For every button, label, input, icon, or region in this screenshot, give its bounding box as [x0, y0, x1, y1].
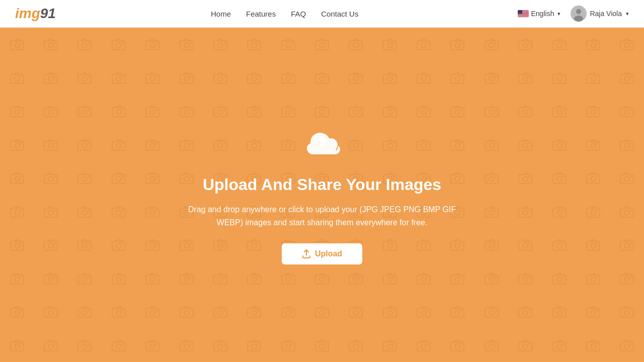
svg-point-478: [54, 310, 56, 311]
camera-bg-icon: [237, 61, 271, 95]
user-name: Raja Viola: [590, 10, 622, 18]
svg-point-309: [82, 210, 87, 215]
svg-point-141: [116, 110, 121, 115]
language-selector[interactable]: English ▾: [514, 8, 565, 20]
svg-point-450: [387, 277, 392, 282]
svg-point-253: [88, 176, 90, 177]
svg-rect-413: [620, 241, 633, 250]
svg-point-48: [353, 43, 358, 48]
svg-point-525: [591, 310, 596, 315]
svg-rect-95: [248, 74, 261, 83]
camera-bg-icon: [135, 228, 169, 262]
svg-point-312: [116, 210, 121, 215]
svg-point-172: [461, 109, 462, 111]
svg-point-444: [319, 277, 325, 282]
svg-rect-32: [180, 41, 193, 50]
svg-rect-431: [180, 275, 193, 284]
svg-point-435: [218, 277, 223, 282]
svg-rect-440: [282, 275, 295, 284]
svg-rect-407: [553, 241, 566, 250]
svg-point-409: [562, 243, 564, 244]
svg-point-550: [223, 343, 225, 344]
svg-point-310: [88, 209, 90, 211]
svg-point-441: [286, 277, 291, 282]
svg-point-198: [116, 143, 121, 148]
svg-point-37: [223, 42, 225, 44]
svg-point-405: [523, 243, 528, 248]
svg-point-429: [150, 277, 155, 282]
svg-point-144: [150, 110, 155, 115]
svg-rect-236: [553, 141, 566, 150]
camera-bg-icon: [135, 61, 169, 95]
svg-rect-464: [553, 275, 566, 284]
svg-point-540: [116, 344, 121, 349]
upload-button[interactable]: Upload: [282, 243, 362, 264]
svg-point-567: [421, 344, 426, 349]
nav-faq[interactable]: FAQ: [291, 10, 306, 18]
svg-point-139: [88, 109, 90, 111]
nav-contact[interactable]: Contact Us: [321, 10, 358, 18]
camera-bg-icon: [0, 28, 34, 61]
camera-bg-icon: [610, 195, 644, 229]
logo-img: img: [15, 6, 40, 21]
camera-bg-icon: [102, 262, 135, 296]
svg-point-439: [258, 276, 259, 278]
camera-bg-icon: [509, 329, 542, 363]
svg-rect-47: [349, 41, 362, 50]
camera-bg-icon: [102, 28, 135, 61]
hero-section[interactable]: Upload And Share Your Images Drag and dr…: [0, 28, 644, 362]
camera-bg-icon: [271, 329, 305, 363]
svg-point-238: [562, 142, 564, 144]
camera-bg-icon: [509, 262, 542, 296]
svg-point-457: [461, 276, 462, 278]
svg-rect-356: [620, 208, 633, 217]
svg-rect-353: [587, 208, 600, 217]
logo[interactable]: img91: [15, 6, 56, 22]
camera-bg-icon: [576, 295, 610, 329]
svg-rect-101: [315, 74, 329, 83]
svg-point-499: [291, 310, 293, 311]
svg-point-574: [495, 343, 496, 344]
svg-rect-13: [518, 10, 522, 14]
camera-bg-icon: [576, 329, 610, 363]
svg-rect-29: [146, 41, 159, 50]
svg-point-247: [20, 176, 22, 177]
camera-bg-icon: [474, 228, 508, 262]
svg-point-414: [624, 243, 629, 248]
svg-rect-164: [383, 108, 396, 117]
svg-point-169: [427, 109, 429, 111]
svg-point-136: [54, 109, 56, 111]
svg-point-27: [116, 43, 121, 48]
svg-rect-245: [11, 174, 24, 184]
nav-home[interactable]: Home: [211, 10, 231, 18]
nav-features[interactable]: Features: [246, 10, 276, 18]
svg-point-159: [319, 110, 325, 115]
svg-rect-419: [44, 275, 57, 284]
svg-point-258: [150, 176, 155, 182]
svg-rect-128: [620, 74, 633, 83]
svg-rect-563: [383, 342, 396, 351]
camera-bg-icon: [576, 28, 610, 61]
svg-point-42: [286, 43, 291, 48]
svg-point-25: [88, 42, 90, 44]
svg-point-69: [591, 43, 596, 48]
svg-point-61: [495, 42, 496, 44]
svg-point-46: [325, 42, 327, 44]
svg-rect-554: [282, 342, 295, 351]
svg-point-94: [223, 75, 225, 77]
svg-point-106: [359, 75, 361, 77]
svg-point-177: [523, 110, 528, 115]
flag-icon: [518, 10, 529, 17]
svg-point-490: [190, 310, 191, 311]
svg-rect-446: [349, 275, 362, 284]
user-menu[interactable]: Raja Viola ▾: [571, 6, 629, 22]
svg-point-547: [190, 343, 191, 344]
svg-point-489: [184, 310, 189, 315]
svg-point-30: [150, 43, 155, 48]
camera-bg-icon: [407, 262, 440, 296]
svg-rect-437: [248, 275, 261, 284]
svg-point-99: [286, 76, 291, 81]
camera-bg-icon: [542, 228, 576, 262]
camera-bg-icon: [34, 28, 67, 61]
svg-point-243: [624, 143, 629, 148]
